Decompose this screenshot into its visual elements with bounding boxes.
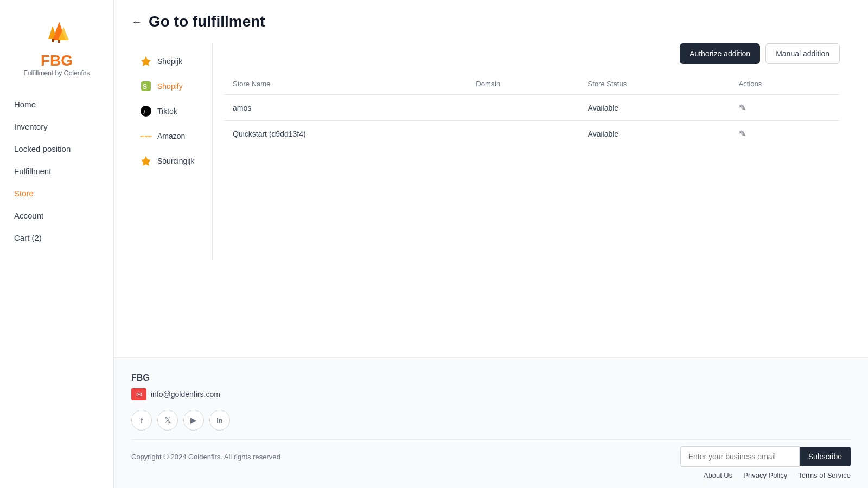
footer-link-privacy[interactable]: Privacy Policy: [743, 471, 787, 479]
footer-email-text: info@goldenfirs.com: [151, 390, 220, 399]
footer: FBG info@goldenfirs.com f 𝕏 ▶ in Copyrig…: [114, 357, 868, 488]
sidebar-item-cart[interactable]: Cart (2): [0, 227, 113, 249]
col-actions: Actions: [730, 73, 840, 95]
store-table-area: Authorize addition Manual addition Store…: [213, 43, 851, 260]
svg-text:S: S: [143, 83, 147, 91]
svg-text:amazon: amazon: [140, 134, 152, 138]
linkedin-button[interactable]: in: [209, 410, 230, 431]
shopijk-icon: [140, 55, 152, 67]
edit-icon[interactable]: ✎: [739, 103, 746, 112]
svg-marker-5: [141, 56, 151, 66]
shopijk-label: Shopijk: [157, 57, 182, 66]
linkedin-icon: in: [216, 416, 223, 425]
footer-email-row: info@goldenfirs.com: [131, 388, 851, 400]
manual-addition-button[interactable]: Manual addition: [765, 43, 840, 64]
subscribe-button[interactable]: Subscribe: [800, 447, 851, 466]
row1-store-name: amos: [224, 95, 468, 121]
svg-marker-11: [141, 156, 151, 166]
youtube-button[interactable]: ▶: [183, 410, 204, 431]
footer-bottom: Copyright © 2024 Goldenfirs. All rights …: [131, 439, 851, 467]
facebook-icon: f: [141, 416, 143, 425]
footer-brand: FBG: [131, 373, 851, 383]
authorize-addition-button[interactable]: Authorize addition: [680, 43, 760, 64]
row2-actions[interactable]: ✎: [730, 121, 840, 147]
svg-rect-3: [52, 39, 54, 42]
row1-actions[interactable]: ✎: [730, 95, 840, 121]
sidebar-logo: FBG Fulfillment by Golenfirs: [0, 11, 113, 88]
email-icon: [131, 388, 146, 400]
amazon-label: Amazon: [157, 132, 185, 140]
facebook-button[interactable]: f: [131, 410, 152, 431]
store-sidebar-item-shopijk[interactable]: Shopijk: [131, 49, 212, 74]
footer-links: About Us Privacy Policy Terms of Service: [131, 471, 851, 479]
content-area: ← Go to fulfillment Shopijk S: [114, 0, 868, 357]
youtube-icon: ▶: [190, 415, 197, 425]
footer-socials: f 𝕏 ▶ in: [131, 410, 851, 431]
store-sidebar: Shopijk S Shopify ♪ Tiktok: [131, 43, 213, 260]
sidebar-item-inventory[interactable]: Inventory: [0, 115, 113, 138]
sidebar-item-home[interactable]: Home: [0, 93, 113, 115]
footer-copyright: Copyright © 2024 Goldenfirs. All rights …: [131, 453, 280, 461]
subscribe-area: Subscribe: [680, 446, 851, 467]
col-domain: Domain: [467, 73, 579, 95]
sidebar-item-account[interactable]: Account: [0, 204, 113, 227]
row2-store-name: Quickstart (d9dd13f4): [224, 121, 468, 147]
sidebar-item-store[interactable]: Store: [0, 182, 113, 204]
main-content: ← Go to fulfillment Shopijk S: [114, 0, 868, 488]
store-section: Shopijk S Shopify ♪ Tiktok: [131, 43, 851, 260]
amazon-icon: amazon: [140, 130, 152, 142]
twitter-x-button[interactable]: 𝕏: [157, 410, 178, 431]
store-sidebar-item-sourcingijk[interactable]: Sourcingijk: [131, 149, 212, 174]
sidebar-nav: Home Inventory Locked position Fulfillme…: [0, 88, 113, 254]
logo-icon: [41, 16, 73, 49]
page-header: ← Go to fulfillment: [131, 13, 851, 30]
footer-link-terms[interactable]: Terms of Service: [798, 471, 851, 479]
tiktok-label: Tiktok: [157, 107, 177, 115]
sidebar: FBG Fulfillment by Golenfirs Home Invent…: [0, 0, 114, 488]
page-title: Go to fulfillment: [149, 13, 265, 30]
table-toolbar: Authorize addition Manual addition: [224, 43, 840, 64]
logo-subtitle: Fulfillment by Golenfirs: [23, 69, 90, 77]
sidebar-item-fulfillment[interactable]: Fulfillment: [0, 160, 113, 182]
table-row: Quickstart (d9dd13f4) Available ✎: [224, 121, 840, 147]
store-sidebar-item-shopify[interactable]: S Shopify: [131, 74, 212, 99]
table-row: amos Available ✎: [224, 95, 840, 121]
svg-rect-4: [58, 40, 60, 43]
row2-store-status: Available: [579, 121, 730, 147]
row1-store-status: Available: [579, 95, 730, 121]
store-sidebar-item-tiktok[interactable]: ♪ Tiktok: [131, 99, 212, 124]
twitter-x-icon: 𝕏: [164, 415, 171, 425]
tiktok-icon: ♪: [140, 105, 152, 117]
logo-text: FBG: [41, 52, 73, 69]
row2-domain: [467, 121, 579, 147]
sidebar-item-locked-position[interactable]: Locked position: [0, 138, 113, 160]
svg-text:♪: ♪: [143, 108, 146, 115]
svg-point-8: [141, 106, 151, 117]
back-arrow[interactable]: ←: [131, 16, 142, 28]
sourcingijk-label: Sourcingijk: [157, 157, 194, 165]
footer-link-about[interactable]: About Us: [704, 471, 732, 479]
edit-icon[interactable]: ✎: [739, 129, 746, 138]
col-store-name: Store Name: [224, 73, 468, 95]
sourcingijk-icon: [140, 155, 152, 167]
stores-table: Store Name Domain Store Status Actions a…: [224, 73, 840, 147]
shopify-label: Shopify: [157, 82, 183, 91]
subscribe-input[interactable]: [680, 446, 800, 467]
shopify-icon: S: [140, 80, 152, 92]
col-store-status: Store Status: [579, 73, 730, 95]
row1-domain: [467, 95, 579, 121]
store-sidebar-item-amazon[interactable]: amazon Amazon: [131, 124, 212, 149]
